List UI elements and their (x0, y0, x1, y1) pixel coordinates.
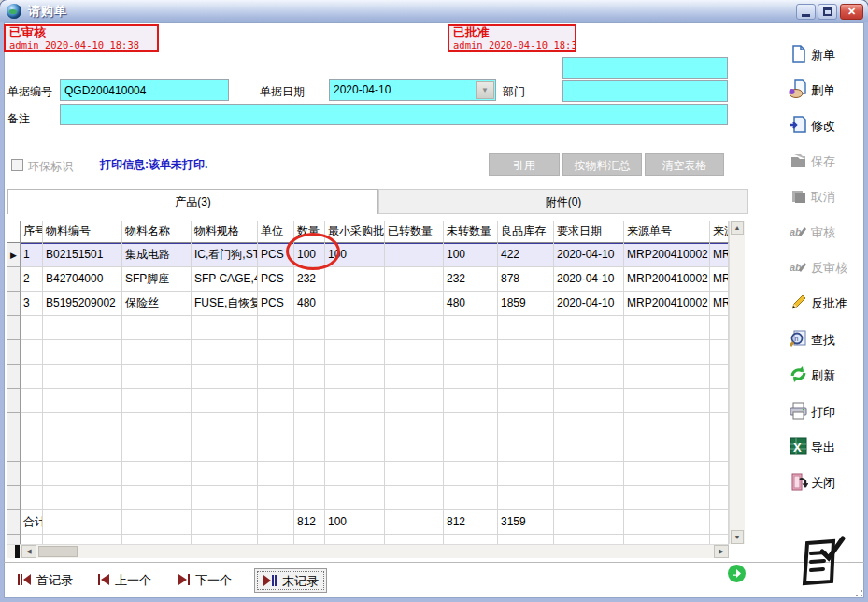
table-cell (258, 340, 294, 365)
table-cell: 3 (21, 292, 43, 316)
cancel-doc-button[interactable]: 取消 (787, 185, 863, 208)
doc-no-label: 单据编号 (7, 84, 52, 100)
items-grid: 序号物料编号物料名称物料规格单位数量最小采购批已转数量未转数量良品库存要求日期来… (7, 221, 745, 558)
print-doc-button[interactable]: 打印 (787, 400, 863, 423)
empty-row (7, 316, 729, 340)
table-cell (21, 316, 43, 340)
audited-stamp-title: 已审核 (9, 26, 153, 39)
maximize-button[interactable] (818, 4, 837, 20)
table-cell: 2020-04-10 (554, 292, 624, 316)
tab-attachments[interactable]: 附件(0) (378, 189, 748, 214)
table-cell: IC,看门狗,ST (192, 243, 258, 267)
resize-grip[interactable] (851, 585, 862, 596)
eco-flag-checkbox[interactable] (11, 159, 23, 171)
sidebar-button-label: 新单 (811, 47, 835, 64)
summarize-by-material-button[interactable]: 按物料汇总 (562, 153, 642, 176)
row-marker-cell (7, 413, 21, 437)
table-cell (258, 316, 294, 340)
last-record-button[interactable]: 末记录 (254, 568, 327, 593)
table-cell (325, 462, 385, 486)
table-cell: 2 (21, 267, 43, 292)
table-row[interactable]: 2B42704000SFP脚座SFP CAGE,4PCS232232878202… (7, 267, 729, 292)
close-doc-icon (789, 472, 808, 492)
column-header[interactable]: 已转数量 (385, 221, 444, 243)
table-cell (192, 316, 258, 340)
scroll-up-icon[interactable]: ▲ (731, 221, 744, 235)
approved-stamp-title: 已批准 (453, 26, 571, 39)
row-marker-cell (7, 437, 21, 462)
table-cell: PCS (258, 267, 294, 292)
vertical-scrollbar[interactable]: ▲ ▼ (729, 221, 745, 544)
table-cell (325, 389, 385, 413)
sidebar-button-label: 审核 (811, 224, 835, 241)
horizontal-scrollbar[interactable]: ◀ ▶ (7, 544, 729, 558)
grid-header-row: 序号物料编号物料名称物料规格单位数量最小采购批已转数量未转数量良品库存要求日期来… (7, 221, 729, 243)
find-doc-button[interactable]: n查找 (787, 328, 863, 351)
table-cell (325, 316, 385, 340)
table-cell: MRP200410002 (624, 292, 710, 316)
doc-date-combobox[interactable]: 2020-04-10 ▼ (329, 79, 496, 101)
export-doc-button[interactable]: X导出 (787, 436, 863, 458)
table-cell: 480 (444, 292, 498, 316)
print-icon (789, 401, 808, 421)
table-cell (385, 462, 444, 486)
table-cell (554, 437, 624, 462)
edit-doc-button[interactable]: 修改 (787, 114, 863, 136)
unaudit-doc-button[interactable]: ab反审核 (787, 256, 863, 279)
table-cell (710, 389, 729, 413)
table-cell (554, 486, 624, 510)
bottom-separator (4, 562, 864, 563)
column-header[interactable]: 来源 (710, 221, 729, 243)
column-header[interactable]: 物料名称 (122, 221, 192, 243)
scroll-right-icon[interactable]: ▶ (714, 545, 729, 558)
next-record-button[interactable]: 下一个 (178, 568, 232, 593)
table-cell (385, 267, 444, 292)
table-cell (385, 510, 444, 535)
table-cell (554, 510, 624, 535)
table-cell: 812 (294, 510, 325, 535)
audit-doc-button[interactable]: ab审核 (787, 221, 863, 243)
scroll-down-icon[interactable]: ▼ (731, 530, 744, 544)
table-cell (554, 365, 624, 389)
column-header[interactable]: 要求日期 (554, 221, 624, 243)
prev-record-button[interactable]: 上一个 (97, 568, 151, 593)
table-cell (624, 510, 710, 535)
scroll-left-icon[interactable]: ◀ (21, 545, 36, 558)
minimize-button[interactable] (796, 4, 816, 20)
table-cell (192, 462, 258, 486)
table-cell (444, 437, 498, 462)
column-header[interactable]: 序号 (21, 221, 43, 243)
doc-no-field[interactable] (60, 79, 229, 101)
column-header[interactable]: 物料编号 (43, 221, 122, 243)
aux-top-field[interactable] (562, 57, 728, 79)
chevron-down-icon[interactable]: ▼ (476, 81, 494, 99)
purchase-request-window: 请购单 ✕ 已审核 admin 2020-04-10 18:38 已批准 adm… (0, 0, 868, 602)
table-cell (444, 486, 498, 510)
column-header[interactable]: 良品库存 (498, 221, 554, 243)
tab-products[interactable]: 产品(3) (7, 189, 378, 214)
column-header[interactable]: 未转数量 (444, 221, 498, 243)
remark-field[interactable] (60, 104, 728, 125)
column-header[interactable]: 物料规格 (192, 221, 258, 243)
table-cell (21, 462, 43, 486)
titlebar[interactable]: 请购单 ✕ (0, 0, 868, 22)
table-cell (325, 292, 385, 316)
sidebar-button-label: 关闭 (811, 475, 835, 492)
new-doc-button[interactable]: 新单 (787, 43, 863, 65)
close-doc-button[interactable]: 关闭 (787, 471, 863, 494)
cite-button[interactable]: 引用 (489, 153, 560, 176)
unapprove-doc-button[interactable]: 反批准 (787, 292, 863, 314)
column-header[interactable]: 来源单号 (624, 221, 710, 243)
horizontal-scrollbar-thumb[interactable] (38, 546, 78, 557)
column-header[interactable]: 单位 (258, 221, 294, 243)
table-cell: B5195209002 (43, 292, 122, 316)
refresh-doc-button[interactable]: 刷新 (787, 364, 863, 386)
first-record-button[interactable]: 首记录 (17, 568, 73, 593)
clear-table-button[interactable]: 清空表格 (645, 153, 724, 176)
close-button[interactable]: ✕ (840, 4, 863, 20)
save-doc-button[interactable]: 保存 (787, 150, 863, 172)
table-row[interactable]: ▶1B02151501集成电路IC,看门狗,STPCS1001001004222… (7, 243, 729, 267)
dept-field[interactable] (562, 80, 728, 102)
table-row[interactable]: 3B5195209002保险丝FUSE,自恢复PCS48048018592020… (7, 292, 729, 316)
delete-doc-button[interactable]: 删单 (787, 79, 863, 101)
